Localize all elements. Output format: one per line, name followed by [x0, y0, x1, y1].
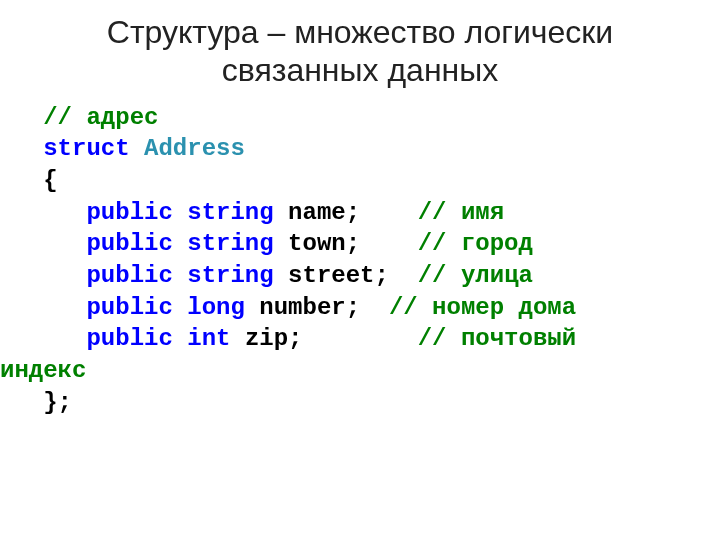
pad — [360, 199, 418, 226]
comment-name: // имя — [418, 199, 504, 226]
indent — [0, 104, 43, 131]
pad — [389, 262, 418, 289]
title-line-1: Структура – множество логически — [107, 14, 613, 50]
keyword-string: string — [187, 199, 273, 226]
field-name: name; — [288, 199, 360, 226]
keyword-public: public — [86, 325, 172, 352]
indent — [0, 167, 43, 194]
keyword-struct: struct — [43, 135, 129, 162]
brace-close: }; — [43, 389, 72, 416]
brace-open: { — [43, 167, 57, 194]
code-block: // адрес struct Address { public string … — [0, 98, 720, 419]
keyword-public: public — [86, 199, 172, 226]
field-zip: zip; — [245, 325, 303, 352]
keyword-public: public — [86, 230, 172, 257]
indent — [0, 199, 86, 226]
keyword-public: public — [86, 262, 172, 289]
comment-zip-cont: индекс — [0, 357, 86, 384]
indent — [0, 135, 43, 162]
comment-zip: // почтовый — [418, 325, 576, 352]
field-street: street; — [288, 262, 389, 289]
keyword-long: long — [187, 294, 245, 321]
slide-title: Структура – множество логически связанны… — [0, 0, 720, 98]
title-line-2: связанных данных — [222, 52, 498, 88]
field-town: town; — [288, 230, 360, 257]
field-number: number; — [259, 294, 360, 321]
comment-town: // город — [418, 230, 533, 257]
indent — [0, 389, 43, 416]
keyword-int: int — [187, 325, 230, 352]
type-address: Address — [144, 135, 245, 162]
comment-street: // улица — [418, 262, 533, 289]
comment-number: // номер дома — [389, 294, 576, 321]
keyword-string: string — [187, 262, 273, 289]
keyword-public: public — [86, 294, 172, 321]
keyword-string: string — [187, 230, 273, 257]
pad — [360, 294, 389, 321]
indent — [0, 294, 86, 321]
comment-address: // адрес — [43, 104, 158, 131]
pad — [360, 230, 418, 257]
indent — [0, 262, 86, 289]
indent — [0, 325, 86, 352]
indent — [0, 230, 86, 257]
pad — [302, 325, 417, 352]
